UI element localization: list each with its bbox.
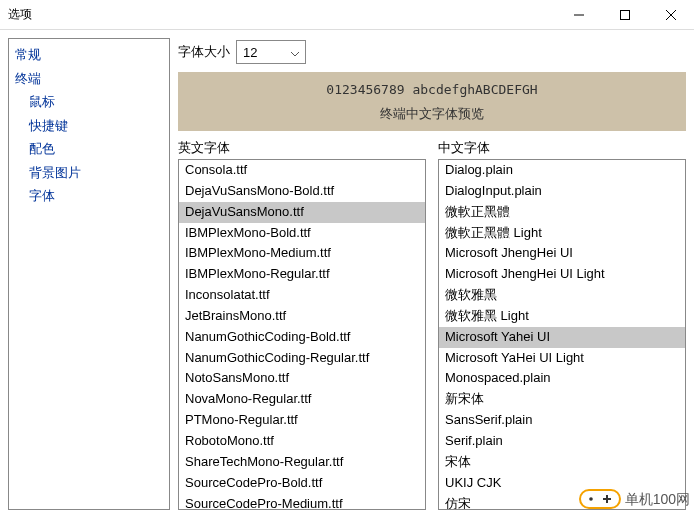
font-item[interactable]: PTMono-Regular.ttf bbox=[179, 410, 425, 431]
font-item[interactable]: NanumGothicCoding-Bold.ttf bbox=[179, 327, 425, 348]
fontsize-value: 12 bbox=[243, 45, 257, 60]
font-lists: 英文字体 Consola.ttfDejaVuSansMono-Bold.ttfD… bbox=[178, 137, 686, 510]
svg-rect-4 bbox=[580, 490, 620, 508]
main-panel: 字体大小 12 0123456789 abcdefghABCDEFGH 终端中文… bbox=[178, 38, 686, 510]
sidebar-item[interactable]: 常规 bbox=[9, 43, 169, 67]
font-item[interactable]: Serif.plain bbox=[439, 431, 685, 452]
titlebar: 选项 bbox=[0, 0, 694, 30]
font-item[interactable]: Dialog.plain bbox=[439, 160, 685, 181]
chinese-font-column: 中文字体 Dialog.plainDialogInput.plain微軟正黑體微… bbox=[438, 137, 686, 510]
font-item[interactable]: Consola.ttf bbox=[179, 160, 425, 181]
font-item[interactable]: IBMPlexMono-Bold.ttf bbox=[179, 223, 425, 244]
svg-rect-1 bbox=[621, 10, 630, 19]
chinese-font-listbox[interactable]: Dialog.plainDialogInput.plain微軟正黑體微軟正黑體 … bbox=[438, 159, 686, 510]
font-item[interactable]: 宋体 bbox=[439, 452, 685, 473]
sidebar: 常规终端鼠标快捷键配色背景图片字体 bbox=[8, 38, 170, 510]
gamepad-icon bbox=[579, 485, 621, 514]
font-item[interactable]: NotoSansMono.ttf bbox=[179, 368, 425, 389]
chevron-down-icon bbox=[291, 45, 299, 60]
font-item[interactable]: IBMPlexMono-Medium.ttf bbox=[179, 243, 425, 264]
sidebar-item[interactable]: 背景图片 bbox=[9, 161, 169, 185]
fontsize-label: 字体大小 bbox=[178, 43, 230, 61]
english-font-header: 英文字体 bbox=[178, 137, 426, 159]
font-item[interactable]: DejaVuSansMono.ttf bbox=[179, 202, 425, 223]
preview-cjk: 终端中文字体预览 bbox=[178, 105, 686, 123]
font-item[interactable]: Microsoft Yahei UI bbox=[439, 327, 685, 348]
english-font-listbox[interactable]: Consola.ttfDejaVuSansMono-Bold.ttfDejaVu… bbox=[178, 159, 426, 510]
close-button[interactable] bbox=[648, 0, 694, 29]
watermark: 单机100网 bbox=[579, 485, 690, 514]
font-item[interactable]: RobotoMono.ttf bbox=[179, 431, 425, 452]
font-item[interactable]: Monospaced.plain bbox=[439, 368, 685, 389]
font-item[interactable]: IBMPlexMono-Regular.ttf bbox=[179, 264, 425, 285]
font-item[interactable]: 微软雅黑 bbox=[439, 285, 685, 306]
font-item[interactable]: SourceCodePro-Bold.ttf bbox=[179, 473, 425, 494]
font-item[interactable]: ShareTechMono-Regular.ttf bbox=[179, 452, 425, 473]
fontsize-select[interactable]: 12 bbox=[236, 40, 306, 64]
minimize-button[interactable] bbox=[556, 0, 602, 29]
sidebar-item[interactable]: 字体 bbox=[9, 184, 169, 208]
english-font-column: 英文字体 Consola.ttfDejaVuSansMono-Bold.ttfD… bbox=[178, 137, 426, 510]
font-item[interactable]: DialogInput.plain bbox=[439, 181, 685, 202]
font-item[interactable]: JetBrainsMono.ttf bbox=[179, 306, 425, 327]
sidebar-item[interactable]: 快捷键 bbox=[9, 114, 169, 138]
font-item[interactable]: Microsoft JhengHei UI Light bbox=[439, 264, 685, 285]
font-item[interactable]: 新宋体 bbox=[439, 389, 685, 410]
maximize-button[interactable] bbox=[602, 0, 648, 29]
font-item[interactable]: 微软雅黑 Light bbox=[439, 306, 685, 327]
font-item[interactable]: Microsoft YaHei UI Light bbox=[439, 348, 685, 369]
font-item[interactable]: NanumGothicCoding-Regular.ttf bbox=[179, 348, 425, 369]
window-title: 选项 bbox=[8, 6, 556, 23]
fontsize-row: 字体大小 12 bbox=[178, 38, 686, 66]
font-item[interactable]: DejaVuSansMono-Bold.ttf bbox=[179, 181, 425, 202]
chinese-font-header: 中文字体 bbox=[438, 137, 686, 159]
sidebar-item[interactable]: 鼠标 bbox=[9, 90, 169, 114]
font-item[interactable]: Inconsolatat.ttf bbox=[179, 285, 425, 306]
font-item[interactable]: Microsoft JhengHei UI bbox=[439, 243, 685, 264]
sidebar-item[interactable]: 配色 bbox=[9, 137, 169, 161]
font-preview: 0123456789 abcdefghABCDEFGH 终端中文字体预览 bbox=[178, 72, 686, 131]
window-controls bbox=[556, 0, 694, 29]
font-item[interactable]: 微軟正黑體 Light bbox=[439, 223, 685, 244]
preview-ascii: 0123456789 abcdefghABCDEFGH bbox=[178, 82, 686, 97]
watermark-text: 单机100网 bbox=[625, 491, 690, 509]
font-item[interactable]: SansSerif.plain bbox=[439, 410, 685, 431]
content: 常规终端鼠标快捷键配色背景图片字体 字体大小 12 0123456789 abc… bbox=[0, 30, 694, 518]
sidebar-item[interactable]: 终端 bbox=[9, 67, 169, 91]
svg-point-5 bbox=[589, 497, 593, 501]
font-item[interactable]: 微軟正黑體 bbox=[439, 202, 685, 223]
font-item[interactable]: SourceCodePro-Medium.ttf bbox=[179, 494, 425, 511]
font-item[interactable]: NovaMono-Regular.ttf bbox=[179, 389, 425, 410]
